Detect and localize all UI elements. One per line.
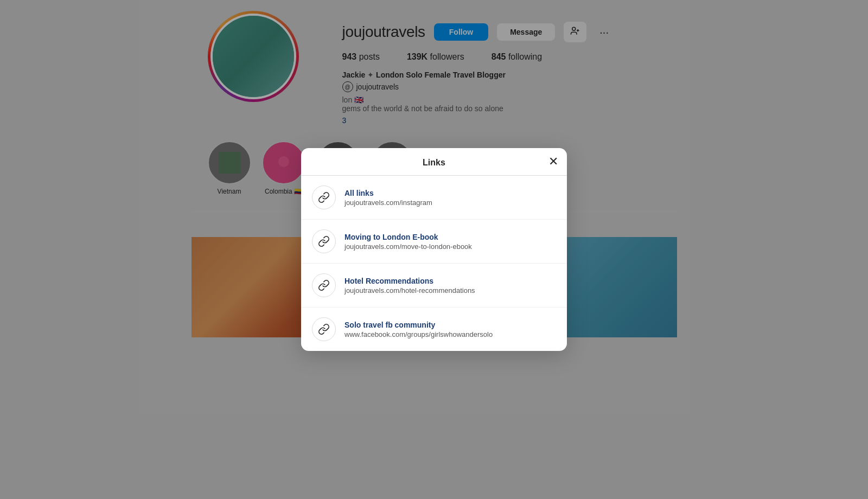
link-title-2: Hotel Recommendations	[344, 277, 475, 285]
link-item-1[interactable]: Moving to London E-book joujoutravels.co…	[301, 220, 567, 264]
modal-header: Links ✕	[301, 148, 567, 176]
modal-overlay[interactable]: Links ✕ All links joujoutravels.com/inst…	[0, 0, 868, 499]
link-title-3: Solo travel fb community	[344, 321, 493, 329]
link-url-3: www.facebook.com/groups/girlswhowanderso…	[344, 330, 493, 338]
modal-title: Links	[423, 158, 445, 167]
link-item-0[interactable]: All links joujoutravels.com/instagram	[301, 176, 567, 220]
link-title-0: All links	[344, 189, 432, 197]
links-modal: Links ✕ All links joujoutravels.com/inst…	[301, 148, 567, 351]
link-url-1: joujoutravels.com/move-to-london-ebook	[344, 242, 472, 251]
link-icon-2	[312, 273, 336, 297]
link-text-group-2: Hotel Recommendations joujoutravels.com/…	[344, 277, 475, 295]
link-url-2: joujoutravels.com/hotel-recommendations	[344, 286, 475, 295]
link-item-3[interactable]: Solo travel fb community www.facebook.co…	[301, 308, 567, 351]
link-url-0: joujoutravels.com/instagram	[344, 199, 432, 207]
link-text-group-1: Moving to London E-book joujoutravels.co…	[344, 233, 472, 251]
modal-close-button[interactable]: ✕	[548, 156, 558, 168]
link-title-1: Moving to London E-book	[344, 233, 472, 241]
link-icon-1	[312, 229, 336, 253]
link-item-2[interactable]: Hotel Recommendations joujoutravels.com/…	[301, 264, 567, 308]
link-text-group-0: All links joujoutravels.com/instagram	[344, 189, 432, 207]
link-icon-0	[312, 185, 336, 209]
link-text-group-3: Solo travel fb community www.facebook.co…	[344, 321, 493, 338]
link-icon-3	[312, 317, 336, 341]
